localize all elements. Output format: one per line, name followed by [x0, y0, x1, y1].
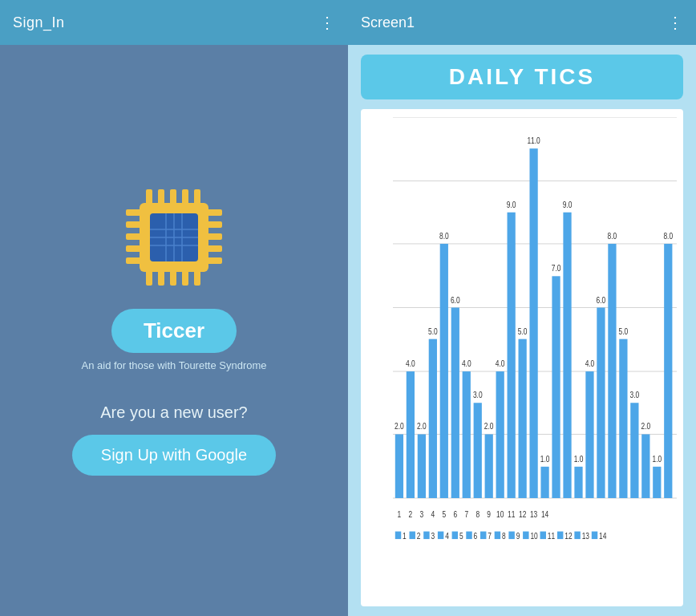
- svg-rect-57: [407, 371, 415, 498]
- svg-rect-143: [574, 532, 580, 540]
- svg-text:6.0: 6.0: [451, 295, 460, 305]
- svg-text:13: 13: [582, 531, 589, 541]
- daily-tics-banner: DAILY TICS: [361, 55, 683, 99]
- svg-rect-139: [540, 532, 546, 540]
- svg-rect-59: [418, 434, 426, 498]
- svg-rect-71: [485, 434, 493, 498]
- right-header: Screen1 ⋮: [348, 0, 696, 45]
- left-header: Sign_In ⋮: [0, 0, 348, 45]
- svg-rect-89: [585, 371, 593, 498]
- right-menu-icon[interactable]: ⋮: [667, 13, 683, 32]
- svg-rect-145: [592, 532, 597, 540]
- svg-text:8: 8: [502, 531, 506, 541]
- svg-rect-97: [630, 403, 638, 498]
- svg-text:6: 6: [474, 531, 478, 541]
- left-content: Ticcer An aid for those with Tourette Sy…: [0, 45, 348, 616]
- svg-text:7: 7: [464, 509, 468, 519]
- svg-text:2.0: 2.0: [417, 421, 427, 431]
- svg-text:11: 11: [548, 531, 555, 541]
- chart-container: 0 2 4 6 8 10 12 0 2 4 6 8 10 12 4 8 12 1…: [361, 109, 683, 606]
- svg-rect-67: [463, 371, 471, 498]
- right-content: DAILY TICS 0 2 4 6 8 10 12: [348, 45, 696, 616]
- svg-text:10: 10: [496, 509, 504, 519]
- svg-text:1.0: 1.0: [540, 454, 550, 464]
- app-logo: [122, 185, 226, 290]
- svg-rect-95: [619, 339, 627, 498]
- svg-text:5.0: 5.0: [619, 326, 629, 336]
- svg-rect-65: [451, 308, 459, 499]
- svg-text:1: 1: [398, 509, 402, 519]
- svg-text:3.0: 3.0: [630, 390, 640, 399]
- svg-rect-77: [519, 339, 527, 498]
- svg-rect-75: [508, 213, 516, 498]
- svg-text:2: 2: [417, 531, 421, 541]
- svg-text:3.0: 3.0: [473, 390, 483, 399]
- right-panel: Screen1 ⋮ DAILY TICS 0 2 4 6 8: [348, 0, 696, 616]
- svg-rect-131: [480, 532, 486, 540]
- svg-rect-137: [523, 532, 528, 540]
- svg-text:13: 13: [530, 509, 537, 519]
- svg-text:7: 7: [488, 531, 492, 541]
- svg-rect-119: [395, 532, 401, 540]
- svg-text:2.0: 2.0: [395, 421, 404, 431]
- svg-text:1.0: 1.0: [574, 454, 584, 464]
- svg-text:2.0: 2.0: [641, 421, 651, 431]
- svg-text:8.0: 8.0: [439, 231, 449, 241]
- svg-text:5: 5: [459, 531, 463, 541]
- svg-text:8: 8: [475, 509, 480, 519]
- svg-text:1: 1: [403, 531, 407, 541]
- svg-text:9: 9: [487, 509, 491, 519]
- svg-text:5.0: 5.0: [518, 326, 528, 336]
- svg-rect-125: [438, 532, 443, 540]
- svg-rect-73: [496, 371, 504, 498]
- sign-up-google-button[interactable]: Sign Up with Google: [72, 435, 276, 476]
- svg-rect-133: [495, 532, 500, 540]
- svg-text:2.0: 2.0: [484, 421, 494, 431]
- svg-text:12: 12: [519, 509, 526, 519]
- svg-text:7.0: 7.0: [552, 263, 561, 273]
- svg-rect-55: [395, 434, 403, 498]
- svg-rect-79: [529, 148, 537, 498]
- svg-rect-91: [597, 308, 605, 499]
- left-menu-icon[interactable]: ⋮: [319, 13, 335, 32]
- svg-text:3: 3: [420, 509, 424, 519]
- svg-text:14: 14: [599, 531, 607, 541]
- svg-text:3: 3: [431, 531, 435, 541]
- svg-rect-81: [540, 467, 548, 498]
- svg-rect-135: [508, 532, 514, 540]
- app-name: Ticcer: [144, 318, 204, 343]
- svg-text:4: 4: [445, 531, 449, 541]
- svg-text:5.0: 5.0: [428, 326, 438, 336]
- svg-rect-129: [466, 532, 471, 540]
- svg-text:2: 2: [409, 509, 413, 519]
- svg-text:4.0: 4.0: [406, 359, 415, 368]
- app-subtitle: An aid for those with Tourette Syndrome: [82, 359, 267, 371]
- svg-text:11.0: 11.0: [527, 136, 540, 145]
- svg-text:12: 12: [564, 531, 572, 541]
- svg-rect-85: [563, 213, 571, 498]
- left-header-title: Sign_In: [13, 14, 65, 31]
- right-header-title: Screen1: [361, 14, 415, 31]
- svg-text:4: 4: [431, 509, 435, 519]
- svg-text:9.0: 9.0: [563, 200, 573, 209]
- left-panel: Sign_In ⋮: [0, 0, 348, 616]
- svg-text:10: 10: [530, 531, 537, 541]
- svg-text:9.0: 9.0: [507, 200, 516, 209]
- svg-rect-99: [641, 434, 649, 498]
- new-user-text: Are you a new user?: [100, 403, 247, 422]
- svg-text:4.0: 4.0: [496, 359, 505, 368]
- svg-rect-141: [557, 532, 563, 540]
- svg-rect-93: [608, 244, 616, 498]
- daily-tics-title: DAILY TICS: [449, 64, 595, 89]
- svg-rect-123: [423, 532, 429, 540]
- svg-text:1.0: 1.0: [652, 454, 662, 464]
- svg-text:6.0: 6.0: [597, 295, 606, 305]
- svg-rect-127: [452, 532, 458, 540]
- svg-rect-69: [474, 403, 482, 498]
- svg-text:9: 9: [516, 531, 520, 541]
- svg-text:6: 6: [453, 509, 457, 519]
- svg-rect-103: [664, 244, 672, 498]
- svg-text:4.0: 4.0: [585, 359, 595, 368]
- svg-text:11: 11: [508, 509, 515, 519]
- svg-text:5: 5: [442, 509, 446, 519]
